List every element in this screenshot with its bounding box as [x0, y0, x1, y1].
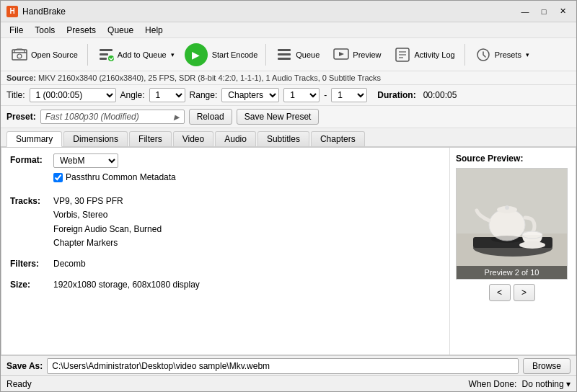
window-controls: — □ ✕: [517, 4, 571, 19]
add-to-queue-icon: [97, 46, 115, 63]
separator-3: [464, 44, 465, 66]
status-bar: Ready When Done: Do nothing ▾: [1, 375, 576, 391]
preview-label: Preview: [353, 50, 381, 59]
activity-log-label: Activity Log: [414, 50, 454, 59]
add-to-queue-button[interactable]: Add to Queue ▾: [92, 41, 180, 68]
menu-presets[interactable]: Presets: [61, 24, 102, 37]
preset-name: Fast 1080p30 (Modified): [45, 112, 139, 122]
range-dash: -: [324, 90, 327, 100]
tab-dimensions[interactable]: Dimensions: [63, 131, 128, 146]
queue-button[interactable]: Queue: [270, 41, 325, 68]
range-type-select[interactable]: Chapters: [221, 88, 279, 102]
source-value: MKV 2160x3840 (2160x3840), 25 FPS, SDR (…: [38, 74, 381, 82]
add-to-queue-label: Add to Queue: [118, 50, 167, 59]
activity-log-icon: [394, 46, 411, 63]
preview-prev-button[interactable]: <: [489, 284, 511, 301]
tabs-bar: Summary Dimensions Filters Video Audio S…: [1, 128, 576, 147]
svg-point-26: [519, 241, 545, 249]
menu-queue[interactable]: Queue: [102, 24, 139, 37]
start-encode-button[interactable]: ▶: [185, 43, 208, 66]
svg-rect-2: [100, 49, 113, 51]
title-select[interactable]: 1 (00:00:05): [30, 88, 116, 102]
save-as-label: Save As:: [6, 361, 43, 371]
filters-row: Filters: Decomb: [10, 257, 441, 271]
activity-log-button[interactable]: Activity Log: [388, 41, 460, 68]
title-label: Title:: [6, 90, 25, 100]
preset-arrow: ▶: [174, 113, 180, 121]
close-button[interactable]: ✕: [555, 4, 571, 19]
range-to-select[interactable]: 1: [331, 88, 367, 102]
tab-video[interactable]: Video: [173, 131, 213, 146]
tab-audio[interactable]: Audio: [215, 131, 256, 146]
title-bar-text: HandBrake: [22, 6, 517, 17]
preview-panel: Source Preview:: [449, 148, 576, 355]
reload-button[interactable]: Reload: [189, 109, 232, 125]
duration-label: Duration:: [377, 90, 415, 100]
toolbar: Open Source Add to Queue ▾ ▶ Start Encod…: [1, 38, 576, 71]
size-val: 1920x1080 storage, 608x1080 display: [53, 278, 441, 292]
when-done-value[interactable]: Do nothing ▾: [522, 379, 571, 389]
track-line-3: Foreign Audio Scan, Burned: [53, 223, 441, 236]
minimize-button[interactable]: —: [517, 4, 533, 19]
svg-rect-3: [100, 53, 108, 55]
when-done-label: When Done:: [469, 379, 517, 389]
format-val: WebM Passthru Common Metadata: [53, 153, 441, 187]
track-line-4: Chapter Markers: [53, 236, 441, 250]
tab-subtitles[interactable]: Subtitles: [257, 131, 309, 146]
separator-2: [265, 44, 266, 66]
svg-rect-4: [100, 58, 107, 60]
menu-tools[interactable]: Tools: [29, 24, 61, 37]
separator-1: [87, 44, 88, 66]
tab-summary[interactable]: Summary: [6, 131, 62, 147]
preview-icon: [332, 46, 350, 63]
preview-next-button[interactable]: >: [514, 284, 535, 301]
format-key: Format:: [10, 153, 53, 165]
preview-button[interactable]: Preview: [327, 41, 387, 68]
open-source-button[interactable]: Open Source: [5, 41, 84, 68]
svg-point-27: [491, 236, 523, 243]
passthrough-checkbox[interactable]: [53, 173, 63, 182]
menu-help[interactable]: Help: [139, 24, 169, 37]
passthrough-row: Passthru Common Metadata: [53, 171, 441, 184]
browse-button[interactable]: Browse: [523, 358, 571, 374]
maximize-button[interactable]: □: [536, 4, 552, 19]
presets-button[interactable]: Presets ▾: [469, 41, 535, 68]
angle-label: Angle:: [120, 90, 145, 100]
presets-arrow: ▾: [526, 51, 529, 58]
tab-filters[interactable]: Filters: [129, 131, 172, 146]
tracks-val: VP9, 30 FPS PFR Vorbis, Stereo Foreign A…: [53, 195, 441, 250]
source-label: Source:: [6, 74, 38, 82]
preset-display: Fast 1080p30 (Modified) ▶: [40, 110, 185, 124]
filters-key: Filters:: [10, 257, 53, 269]
when-done-area: When Done: Do nothing ▾: [469, 379, 571, 389]
range-from-select[interactable]: 1: [283, 88, 320, 102]
app-icon: H: [6, 6, 18, 17]
start-encode-label: Start Encode: [212, 50, 258, 59]
add-queue-arrow: ▾: [171, 51, 175, 58]
range-label: Range:: [190, 90, 218, 100]
tab-chapters[interactable]: Chapters: [311, 131, 365, 146]
save-as-input[interactable]: [47, 358, 519, 374]
summary-panel: Format: WebM Passthru Common Metadata: [1, 148, 449, 355]
presets-label: Presets: [495, 50, 521, 59]
save-preset-button[interactable]: Save New Preset: [237, 109, 320, 125]
preset-label: Preset:: [6, 112, 36, 122]
preview-nav: < >: [456, 284, 568, 301]
format-row: Format: WebM Passthru Common Metadata: [10, 153, 441, 187]
save-bar: Save As: Browse: [1, 355, 576, 375]
status-text: Ready: [6, 379, 32, 389]
preset-row: Preset: Fast 1080p30 (Modified) ▶ Reload…: [1, 106, 576, 128]
presets-icon: [475, 46, 492, 63]
angle-select[interactable]: 1: [149, 88, 185, 102]
svg-point-23: [505, 205, 509, 210]
filters-val: Decomb: [53, 257, 441, 271]
format-select[interactable]: WebM: [53, 153, 118, 168]
preview-image-container: Preview 2 of 10: [456, 168, 568, 280]
passthrough-label: Passthru Common Metadata: [66, 171, 176, 184]
menu-file[interactable]: File: [4, 24, 29, 37]
preview-caption: Preview 2 of 10: [457, 266, 567, 279]
tracks-row: Tracks: VP9, 30 FPS PFR Vorbis, Stereo F…: [10, 195, 441, 250]
svg-marker-10: [339, 52, 344, 56]
preview-image: [457, 169, 568, 280]
tracks-key: Tracks:: [10, 195, 53, 206]
